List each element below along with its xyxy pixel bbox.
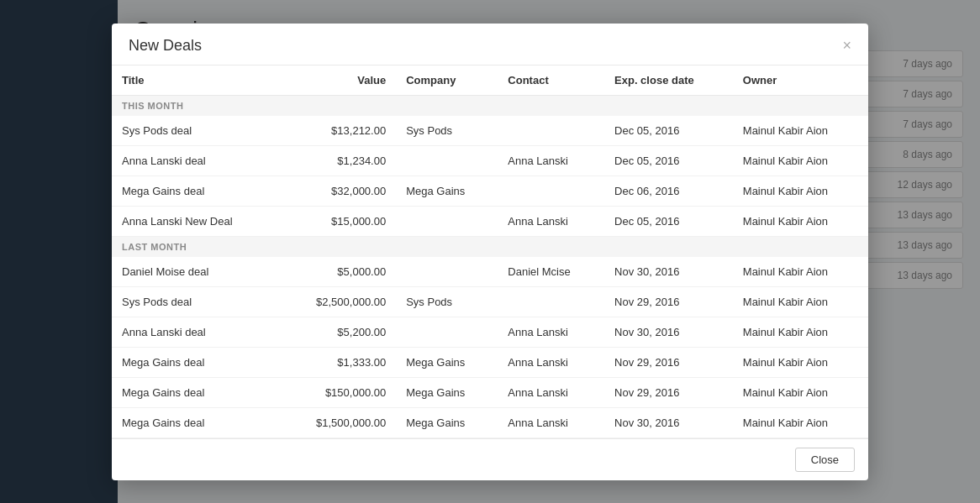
section-header-0: THIS MONTH — [112, 95, 868, 116]
row-exp-close: Nov 29, 2016 — [604, 347, 733, 377]
row-title[interactable]: Anna Lanski New Deal — [112, 206, 280, 236]
modal-footer: Close — [112, 438, 868, 480]
row-contact: Anna Lanski — [498, 206, 604, 236]
row-owner: Mainul Kabir Aion — [733, 407, 868, 438]
modal-overlay: New Deals × Title Value Company Contact … — [0, 0, 980, 503]
row-exp-close: Nov 30, 2016 — [604, 257, 733, 287]
modal-close-x-button[interactable]: × — [842, 38, 851, 53]
col-value: Value — [280, 65, 396, 96]
row-company: Mega Gains — [396, 407, 498, 438]
table-row: Anna Lanski deal$5,200.00Anna LanskiNov … — [112, 317, 868, 347]
table-row: Anna Lanski deal$1,234.00Anna LanskiDec … — [112, 145, 868, 176]
row-owner: Mainul Kabir Aion — [733, 377, 868, 407]
row-title[interactable]: Sys Pods deal — [112, 286, 280, 317]
modal-header: New Deals × — [112, 24, 868, 65]
row-value: $1,500,000.00 — [280, 407, 396, 438]
col-owner: Owner — [733, 65, 868, 96]
row-title[interactable]: Anna Lanski deal — [112, 317, 280, 347]
row-company — [396, 317, 498, 347]
row-contact: Anna Lanski — [498, 407, 604, 438]
row-value: $5,000.00 — [280, 257, 396, 287]
row-contact — [498, 116, 604, 146]
col-title: Title — [112, 65, 280, 96]
col-company: Company — [396, 65, 498, 96]
row-owner: Mainul Kabir Aion — [733, 347, 868, 377]
close-button[interactable]: Close — [795, 448, 855, 472]
row-company — [396, 145, 498, 176]
modal-body: Title Value Company Contact Exp. close d… — [112, 65, 868, 438]
row-value: $15,000.00 — [280, 206, 396, 236]
row-owner: Mainul Kabir Aion — [733, 206, 868, 236]
row-exp-close: Dec 05, 2016 — [604, 206, 733, 236]
row-exp-close: Nov 29, 2016 — [604, 377, 733, 407]
table-row: Mega Gains deal$150,000.00Mega GainsAnna… — [112, 377, 868, 407]
row-title[interactable]: Mega Gains deal — [112, 347, 280, 377]
row-title[interactable]: Mega Gains deal — [112, 407, 280, 438]
row-value: $1,333.00 — [280, 347, 396, 377]
row-value: $32,000.00 — [280, 176, 396, 206]
table-row: Mega Gains deal$1,333.00Mega GainsAnna L… — [112, 347, 868, 377]
row-exp-close: Nov 30, 2016 — [604, 407, 733, 438]
row-owner: Mainul Kabir Aion — [733, 257, 868, 287]
col-contact: Contact — [498, 65, 604, 96]
row-title[interactable]: Mega Gains deal — [112, 176, 280, 206]
col-exp-close: Exp. close date — [604, 65, 733, 96]
row-company — [396, 257, 498, 287]
table-row: Sys Pods deal$13,212.00Sys PodsDec 05, 2… — [112, 116, 868, 146]
modal-title: New Deals — [129, 37, 202, 55]
row-exp-close: Dec 05, 2016 — [604, 145, 733, 176]
row-company: Sys Pods — [396, 116, 498, 146]
row-owner: Mainul Kabir Aion — [733, 116, 868, 146]
row-contact: Anna Lanski — [498, 317, 604, 347]
section-label-1: LAST MONTH — [112, 236, 868, 257]
row-value: $5,200.00 — [280, 317, 396, 347]
row-title[interactable]: Daniel Moise deal — [112, 257, 280, 287]
row-exp-close: Dec 06, 2016 — [604, 176, 733, 206]
row-title[interactable]: Anna Lanski deal — [112, 145, 280, 176]
new-deals-modal: New Deals × Title Value Company Contact … — [112, 24, 868, 480]
row-contact: Daniel Mcise — [498, 257, 604, 287]
row-contact — [498, 286, 604, 317]
table-row: Daniel Moise deal$5,000.00Daniel MciseNo… — [112, 257, 868, 287]
row-company: Sys Pods — [396, 286, 498, 317]
row-contact: Anna Lanski — [498, 377, 604, 407]
row-contact: Anna Lanski — [498, 347, 604, 377]
row-value: $150,000.00 — [280, 377, 396, 407]
row-company: Mega Gains — [396, 347, 498, 377]
row-owner: Mainul Kabir Aion — [733, 286, 868, 317]
table-row: Sys Pods deal$2,500,000.00Sys PodsNov 29… — [112, 286, 868, 317]
row-company: Mega Gains — [396, 176, 498, 206]
row-value: $1,234.00 — [280, 145, 396, 176]
section-label-0: THIS MONTH — [112, 95, 868, 116]
row-exp-close: Dec 05, 2016 — [604, 116, 733, 146]
row-value: $13,212.00 — [280, 116, 396, 146]
table-body: THIS MONTHSys Pods deal$13,212.00Sys Pod… — [112, 95, 868, 438]
row-contact — [498, 176, 604, 206]
row-title[interactable]: Sys Pods deal — [112, 116, 280, 146]
section-header-1: LAST MONTH — [112, 236, 868, 257]
row-title[interactable]: Mega Gains deal — [112, 377, 280, 407]
row-exp-close: Nov 30, 2016 — [604, 317, 733, 347]
table-row: Mega Gains deal$1,500,000.00Mega GainsAn… — [112, 407, 868, 438]
table-row: Anna Lanski New Deal$15,000.00Anna Lansk… — [112, 206, 868, 236]
row-company: Mega Gains — [396, 377, 498, 407]
row-company — [396, 206, 498, 236]
table-row: Mega Gains deal$32,000.00Mega GainsDec 0… — [112, 176, 868, 206]
row-owner: Mainul Kabir Aion — [733, 176, 868, 206]
row-exp-close: Nov 29, 2016 — [604, 286, 733, 317]
table-header-row: Title Value Company Contact Exp. close d… — [112, 65, 868, 96]
row-contact: Anna Lanski — [498, 145, 604, 176]
row-value: $2,500,000.00 — [280, 286, 396, 317]
row-owner: Mainul Kabir Aion — [733, 145, 868, 176]
deals-table: Title Value Company Contact Exp. close d… — [112, 65, 868, 438]
row-owner: Mainul Kabir Aion — [733, 317, 868, 347]
